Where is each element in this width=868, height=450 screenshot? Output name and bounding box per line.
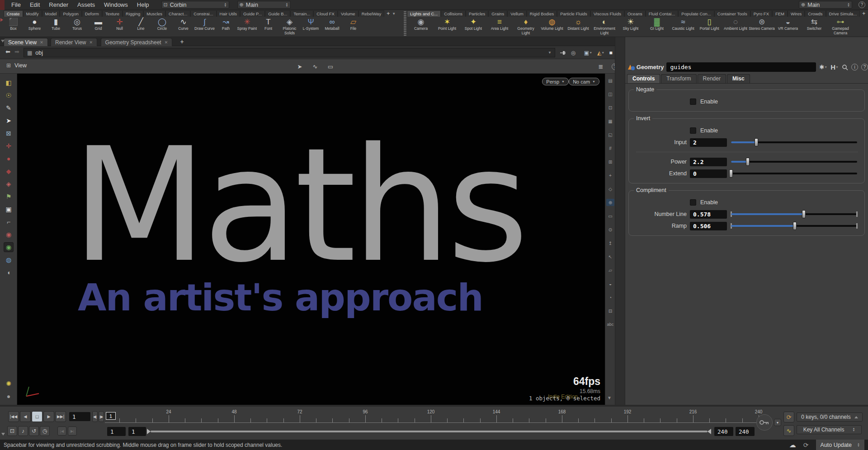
shelf-tab[interactable]: Guide B... (265, 10, 290, 17)
shelf-tool[interactable]: ◯Circle (151, 17, 173, 37)
shelf-tab[interactable]: Texture (102, 10, 123, 17)
param-value-field[interactable]: 2 (690, 138, 727, 147)
projection-selector[interactable]: Persp ▼ (542, 78, 569, 85)
param-value-field[interactable]: 2.2 (690, 158, 727, 166)
shelf-tool[interactable]: ⊛Stereo Camera (749, 17, 775, 37)
param-slider[interactable] (731, 157, 857, 166)
shelf-tab[interactable]: Polygon (60, 10, 81, 17)
key-all-channels-button[interactable]: Key All Channels▲▼ (797, 425, 862, 434)
shelf-tab[interactable]: Modify (23, 10, 42, 17)
stop-button[interactable]: □ (32, 411, 42, 422)
add-shelf-tab-icon[interactable]: + (860, 10, 865, 17)
viewport-tool-icon[interactable]: ◆ (4, 166, 14, 176)
display-option-icon[interactable]: ◇ (606, 185, 614, 192)
snap-cube-icon[interactable]: ▣▼ (582, 48, 594, 57)
shelf-tool[interactable]: ◌Ambient Light (722, 17, 749, 37)
menu-item-windows[interactable]: Windows (100, 0, 132, 9)
path-field[interactable]: ▦ obj ▼ (24, 48, 555, 57)
display-option-icon[interactable]: ⊙ (606, 226, 614, 233)
viewport-scroll-down-icon[interactable]: ▼ (607, 395, 612, 400)
playback-behavior-button[interactable]: ↺ (29, 426, 39, 436)
play-forward-button[interactable]: ▶ (43, 411, 54, 422)
slider-handle[interactable] (802, 210, 806, 218)
pin-icon[interactable] (559, 48, 567, 57)
range-end-field[interactable]: 240 (736, 427, 755, 436)
menu-item-help[interactable]: Help (133, 0, 153, 9)
shelf-tool[interactable]: ⬛Box (3, 17, 24, 37)
shelf-tab[interactable]: Model (42, 10, 60, 17)
node-name-field[interactable]: guides (666, 62, 816, 72)
close-icon[interactable]: ✕ (165, 40, 168, 45)
tab-misc[interactable]: Misc (727, 74, 750, 83)
viewport-tool-icon[interactable]: ● (4, 391, 14, 401)
edge-expand-icon[interactable] (0, 18, 3, 22)
shelf-tab[interactable]: Crowds (805, 10, 826, 17)
shelf-tool[interactable]: ✦Spot Light (460, 17, 486, 37)
desktop-selector[interactable]: ⊡ Corbin ▲▼ (161, 1, 229, 9)
shelf-tab-overflow-icon[interactable]: ▼ (392, 12, 397, 17)
shelf-tool[interactable]: ✳Spray Paint (236, 17, 258, 37)
tab-render[interactable]: Render (698, 74, 726, 83)
slider-handle[interactable] (746, 158, 750, 166)
shelf-tool[interactable]: ↝Path (215, 17, 236, 37)
playback-start-field[interactable]: 1 (128, 427, 146, 436)
display-option-icon[interactable]: ◱ (606, 131, 614, 138)
keys-summary-button[interactable]: 0 keys, 0/0 channels (797, 412, 863, 422)
nav-back-icon[interactable]: ⬅ (5, 48, 10, 55)
shelf-tab[interactable]: Fluid Contai... (646, 10, 679, 17)
scene-viewport[interactable]: Maths An artist's approach Persp ▼ No ca… (17, 74, 605, 405)
help-icon[interactable]: ? (861, 64, 868, 70)
shelf-tool[interactable]: ▬Grid (88, 17, 109, 37)
display-option-icon[interactable]: ▤ (606, 77, 614, 84)
shelf-tool[interactable]: ◒VR Camera (775, 17, 801, 37)
jump-to-start-button[interactable]: |◀◀ (8, 411, 19, 422)
shelf-tool[interactable]: ☀Sky Light (618, 17, 644, 37)
path-dropdown-icon[interactable]: ▼ (548, 51, 552, 55)
viewport-tool-icon[interactable]: ◈ (4, 179, 14, 189)
current-frame-flag[interactable]: 1 (106, 412, 116, 420)
param-slider[interactable] (731, 169, 857, 178)
display-option-icon[interactable]: ⊞ (606, 158, 614, 165)
display-options-icon[interactable]: ≣ (596, 61, 606, 71)
viewport-tool-icon[interactable]: ◉ (4, 230, 14, 239)
desktop-selector-spinner[interactable]: ▲▼ (224, 3, 227, 7)
shelf-tool[interactable]: ◎Torus (66, 17, 88, 37)
display-option-icon[interactable]: ◫ (606, 90, 614, 98)
radial-menu-icon[interactable]: ◎ (569, 48, 578, 57)
box-select-icon[interactable]: ▭ (326, 61, 335, 71)
close-icon[interactable]: ✕ (89, 40, 93, 45)
shelf-tab[interactable]: Create (4, 10, 23, 17)
shelf-tool[interactable]: ╱Line (130, 17, 151, 37)
viewport-tool-icon[interactable]: ⚑ (4, 192, 14, 202)
geometry-type-icon[interactable]: ◭▼ (595, 48, 607, 57)
shelf-tab[interactable]: Hair Utils (217, 10, 241, 17)
shelf-tab[interactable]: Particles (466, 10, 488, 17)
shelf-tab[interactable]: Viscous Fluids (590, 10, 624, 17)
update-mode-spinner[interactable]: ▲▼ (857, 443, 860, 447)
shelf-tab[interactable]: Particle Fluids (557, 10, 590, 17)
display-option-icon[interactable]: ▦ (606, 117, 614, 125)
scrub-options-button[interactable]: ⊡ (7, 426, 17, 436)
audio-options-button[interactable]: ♪ (18, 426, 28, 436)
viewport-tool-icon[interactable]: ⌐ (4, 217, 14, 227)
display-option-icon[interactable]: ↥ (606, 239, 614, 247)
info-icon[interactable]: i (851, 64, 858, 70)
display-option-icon[interactable]: + (606, 172, 614, 179)
checkbox[interactable] (690, 98, 696, 105)
shelf-tool[interactable]: ▓GI Light (644, 17, 670, 37)
shelf-tab[interactable]: Container Tools (714, 10, 750, 17)
checkbox[interactable] (690, 199, 696, 206)
display-option-icon[interactable]: ◔ (606, 294, 614, 301)
slider-handle[interactable] (729, 169, 733, 178)
shelf-tab[interactable]: Cloud FX (313, 10, 338, 17)
key-options-dropdown[interactable]: ▼ (774, 419, 781, 426)
slider-handle[interactable] (755, 138, 758, 146)
shelf-tool[interactable]: ▯Portal Light (696, 17, 722, 37)
menu-item-file[interactable]: File (7, 0, 25, 9)
shelf-tab[interactable]: Deform (82, 10, 102, 17)
shelf-tool[interactable]: ◍Volume Light (539, 17, 565, 37)
shelf-tool[interactable]: ⊶Gamepad Camera (827, 17, 854, 37)
param-slider[interactable] (731, 138, 857, 147)
camera-selector[interactable]: No cam ▼ (569, 78, 599, 85)
display-option-icon[interactable]: ⊕ (606, 199, 614, 206)
